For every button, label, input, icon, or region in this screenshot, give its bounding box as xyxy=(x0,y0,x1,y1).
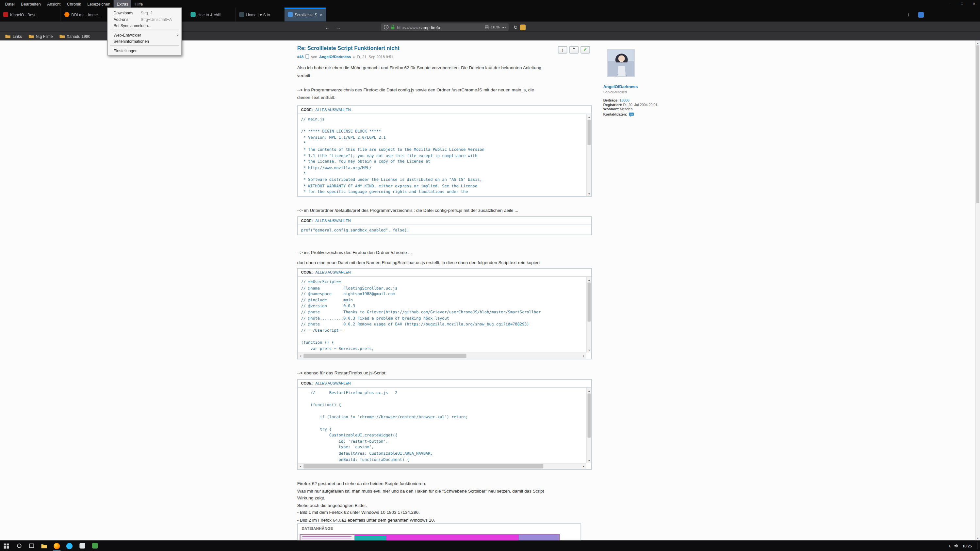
scroll-left-icon[interactable]: ◄ xyxy=(298,353,303,359)
search-button[interactable] xyxy=(13,541,25,551)
scroll-down-icon[interactable]: ▼ xyxy=(587,457,592,462)
menubar-item-extras[interactable]: Extras xyxy=(113,0,131,8)
quote-button[interactable]: ❝ xyxy=(569,46,579,54)
code-vertical-scrollbar[interactable]: ▲ ▼ xyxy=(586,114,591,196)
report-post-button[interactable]: ! xyxy=(558,46,568,54)
tab-scrollleiste-active[interactable]: Scrollleiste S... × xyxy=(285,8,326,21)
select-all-link[interactable]: ALLES AUSWÄHLEN xyxy=(315,108,350,112)
scrollbar-thumb[interactable] xyxy=(587,283,590,322)
code-horizontal-scrollbar[interactable]: ◄ ► xyxy=(298,463,586,469)
page-scrollbar[interactable]: ▲ ▼ xyxy=(975,40,980,541)
url-bar[interactable]: https://www.camp-firefo ▤ 110% ••• xyxy=(381,23,509,31)
code-label: CODE: xyxy=(301,271,313,275)
zoom-indicator[interactable]: 110% xyxy=(491,25,500,29)
lock-icon[interactable] xyxy=(391,24,395,29)
menu-item-addons[interactable]: Add-ons Strg+Umschalt+A xyxy=(108,16,181,22)
scroll-up-icon[interactable]: ▲ xyxy=(587,114,592,119)
start-button[interactable] xyxy=(0,541,13,551)
taskbar-clock[interactable]: 10:25 xyxy=(963,544,972,548)
select-all-link[interactable]: ALLES AUSWÄHLEN xyxy=(315,219,350,222)
code-vertical-scrollbar[interactable]: ▲ ▼ xyxy=(586,277,591,353)
close-button[interactable]: ✕ xyxy=(968,0,980,8)
reload-button[interactable]: ↻ xyxy=(511,23,520,31)
post-actions: ! ❝ ✓ xyxy=(558,46,590,54)
post-title-link[interactable]: Re: Scrollleiste Script Funktioniert nic… xyxy=(297,45,399,51)
post-paragraph: Also ich habe mir eben die Mühe gemacht … xyxy=(297,64,594,79)
code-vertical-scrollbar[interactable]: ▲ ▼ xyxy=(586,388,591,463)
scrollbar-thumb[interactable] xyxy=(587,393,590,437)
menu-item-web-developer[interactable]: Web-Entwickler › xyxy=(108,32,181,38)
app-button[interactable] xyxy=(76,541,89,551)
author-link[interactable]: AngelOfDarkness xyxy=(319,54,351,59)
tab-kinoxio[interactable]: KinoxIO - Best... xyxy=(0,8,61,21)
speaker-icon[interactable] xyxy=(954,543,959,548)
url-protocol: https://www. xyxy=(397,25,420,29)
scrollbar-thumb[interactable] xyxy=(976,45,979,203)
avatar[interactable] xyxy=(607,49,635,77)
menu-item-downloads[interactable]: Downloads Strg+J xyxy=(108,10,181,16)
code-horizontal-scrollbar[interactable]: ◄ ► xyxy=(298,353,586,359)
menubar-item-hilfe[interactable]: Hilfe xyxy=(131,0,146,8)
select-all-link[interactable]: ALLES AUSWÄHLEN xyxy=(315,381,350,386)
attachment-thumbnail[interactable] xyxy=(300,534,560,540)
scroll-down-icon[interactable]: ▼ xyxy=(587,347,592,352)
task-view-button[interactable] xyxy=(25,541,38,551)
scroll-down-icon[interactable]: ▼ xyxy=(587,191,592,196)
maximize-button[interactable]: □ xyxy=(956,0,968,8)
scrollbar-thumb[interactable] xyxy=(587,120,590,145)
scroll-up-icon[interactable]: ▲ xyxy=(975,40,980,45)
post-number-link[interactable]: #48 xyxy=(297,54,304,59)
field-label: Registriert: xyxy=(603,103,622,107)
thunderbird-button[interactable] xyxy=(63,541,76,551)
scroll-up-icon[interactable]: ▲ xyxy=(587,388,592,393)
scroll-up-icon[interactable]: ▲ xyxy=(587,277,592,282)
reader-mode-icon[interactable]: ▤ xyxy=(484,24,489,29)
downloads-icon[interactable]: ↓ xyxy=(904,10,913,19)
bookmark-item-ng-filme[interactable]: N.g Filme xyxy=(26,32,56,40)
menu-item-page-info[interactable]: Seiteninformationen xyxy=(108,38,181,44)
tab-sto[interactable]: Home | ♥ S.to xyxy=(236,8,285,21)
firefox-button[interactable] xyxy=(51,541,64,551)
menu-item-sync[interactable]: Bei Sync anmelden… xyxy=(108,22,181,29)
site-info-icon[interactable] xyxy=(384,24,389,29)
profile-username-link[interactable]: AngelOfDarkness xyxy=(603,84,638,89)
menubar-item-lesezeichen[interactable]: Lesezeichen xyxy=(84,0,114,8)
page-actions-icon[interactable]: ••• xyxy=(502,25,506,29)
code-block: CODE: ALLES AUSWÄHLEN // main.js /* ****… xyxy=(297,105,592,197)
menu-item-settings[interactable]: Einstellungen xyxy=(108,47,181,54)
tab-title: cine.to & chill xyxy=(197,13,232,17)
show-desktop-divider[interactable] xyxy=(977,542,977,549)
forward-button[interactable]: → xyxy=(334,23,343,31)
menubar-item-datei[interactable]: Datei xyxy=(2,0,18,8)
bookmark-item-xanadu[interactable]: Xanadu 1980 xyxy=(57,32,93,40)
tab-close-icon[interactable]: × xyxy=(318,13,323,17)
posts-count-link[interactable]: 16806 xyxy=(620,98,630,102)
menu-bar: Datei Bearbeiten Ansicht Chronik Lesezei… xyxy=(0,0,980,8)
scroll-down-icon[interactable]: ▼ xyxy=(975,535,980,540)
extension-icon[interactable] xyxy=(520,24,526,30)
pm-icon[interactable] xyxy=(628,112,634,116)
menubar-item-bearbeiten[interactable]: Bearbeiten xyxy=(18,0,44,8)
addon-icon[interactable] xyxy=(916,10,925,19)
field-label: Beiträge: xyxy=(603,98,619,102)
tray-expand-icon[interactable]: ∧ xyxy=(948,544,951,548)
scrollbar-thumb[interactable] xyxy=(304,464,543,469)
bookmark-item-links[interactable]: Links xyxy=(3,32,24,40)
thumbnail-detail xyxy=(355,536,387,541)
app-button-green[interactable] xyxy=(88,541,101,551)
back-button[interactable]: ← xyxy=(323,23,332,31)
byline-separator: » xyxy=(353,54,355,59)
file-explorer-button[interactable] xyxy=(38,541,51,551)
tab-cineto[interactable]: cine.to & chill xyxy=(188,8,236,21)
minimize-button[interactable]: – xyxy=(944,0,956,8)
scrollbar-thumb[interactable] xyxy=(304,354,466,359)
scroll-right-icon[interactable]: ► xyxy=(581,464,586,469)
scroll-left-icon[interactable]: ◄ xyxy=(298,464,303,469)
scroll-right-icon[interactable]: ► xyxy=(581,353,586,359)
accepted-answer-icon[interactable]: ✓ xyxy=(581,46,590,54)
code-content: // main.js /* ***** BEGIN LICENSE BLOCK … xyxy=(298,114,586,196)
select-all-link[interactable]: ALLES AUSWÄHLEN xyxy=(315,271,350,275)
menubar-item-ansicht[interactable]: Ansicht xyxy=(44,0,64,8)
menubar-item-chronik[interactable]: Chronik xyxy=(64,0,84,8)
post-paragraph: --> Ins Programmverzeichnis des Firefox:… xyxy=(297,86,594,101)
